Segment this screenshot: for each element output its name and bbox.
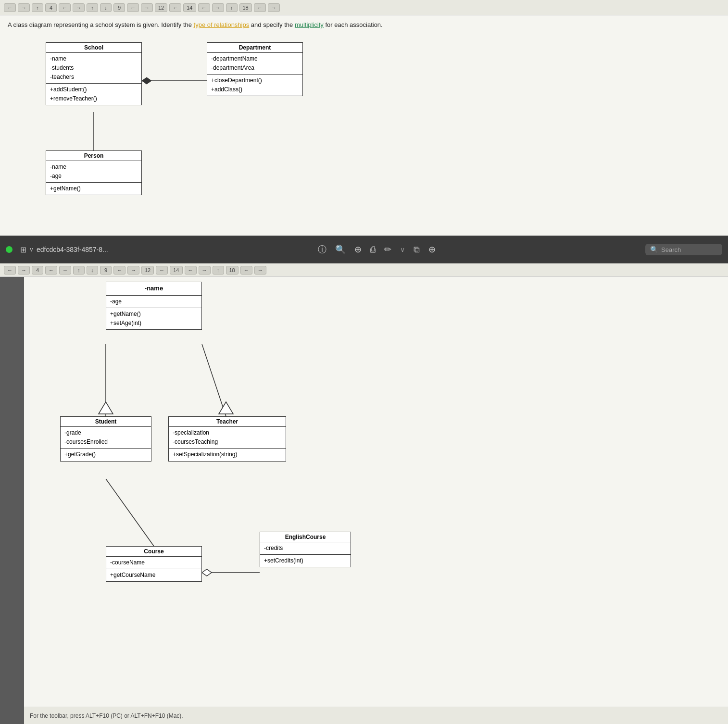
student-attrs: -grade -coursesEnrolled	[61, 427, 151, 449]
person-partial-name: -name	[106, 282, 201, 296]
toolbar-btn-back[interactable]: ←	[4, 3, 16, 12]
btm-btn-15[interactable]: →	[199, 266, 211, 275]
btm-btn-17[interactable]: ←	[240, 266, 252, 275]
course-method-getname: +getCourseName	[110, 571, 198, 580]
student-class-box: Student -grade -coursesEnrolled +getGrad…	[60, 416, 151, 462]
toolbar-icons: ⓘ 🔍 ⊕ ⎙ ✏ ∨ ⧉ ⊕	[318, 244, 436, 255]
school-title: School	[46, 43, 141, 53]
school-class-box: School -name -students -teachers +addStu…	[46, 42, 142, 106]
status-bar-text: For the toolbar, press ALT+F10 (PC) or A…	[30, 712, 183, 719]
toolbar-btn-12[interactable]: 12	[155, 3, 167, 12]
btm-btn-16[interactable]: ↑	[213, 266, 224, 275]
zoom-in-icon[interactable]: ⊕	[354, 244, 362, 255]
teacher-title: Teacher	[169, 417, 286, 427]
student-methods: +getGrade()	[61, 449, 151, 461]
question-highlight-multi: multiplicity	[295, 21, 324, 28]
course-title: Course	[106, 547, 201, 557]
department-title: Department	[207, 43, 302, 53]
btm-btn-7[interactable]: ↓	[87, 266, 98, 275]
btm-btn-18[interactable]: 18	[226, 266, 238, 275]
toolbar-btn-18[interactable]: 18	[239, 3, 252, 12]
account-icon[interactable]: ⊕	[428, 244, 436, 255]
btm-btn-14[interactable]: 14	[170, 266, 182, 275]
question-start: A class diagram representing a school sy…	[8, 21, 194, 28]
toolbar-btn-b2[interactable]: →	[73, 3, 85, 12]
person-class-box-top: Person -name -age +getName()	[46, 150, 142, 196]
english-course-class-box: EnglishCourse -credits +setCredits(int)	[260, 532, 351, 567]
person-attrs-top: -name -age	[46, 161, 141, 183]
dept-attr-name: -departmentName	[211, 54, 299, 63]
question-text: A class diagram representing a school sy…	[0, 15, 728, 33]
toolbar-btn-b1[interactable]: ←	[59, 3, 71, 12]
toolbar-btn-up[interactable]: ↑	[32, 3, 43, 12]
btm-btn-8[interactable]: ←	[113, 266, 126, 275]
school-attributes: -name -students -teachers	[46, 53, 141, 84]
bottom-toolbar-strip: ← → 4 ← → ↑ ↓ 9 ← → 12 ← 14 ← → ↑ 18 ← →	[0, 263, 728, 277]
top-toolbar-strip: ← → ↑ 4 ← → ↑ ↓ 9 ← → 12 ← 14 ← → ↑ 18 ←…	[0, 0, 728, 15]
toolbar-divider: ∨	[400, 246, 405, 253]
search-label: Search	[661, 246, 681, 253]
share-icon[interactable]: ⎙	[370, 245, 376, 255]
btm-btn-11[interactable]: ←	[156, 266, 168, 275]
toolbar-btn-b3[interactable]: ↑	[87, 3, 98, 12]
person-partial-attrs: -age	[106, 296, 201, 308]
btm-btn-5[interactable]: →	[59, 266, 71, 275]
toolbar-btn-c2[interactable]: →	[141, 3, 153, 12]
toolbar-btn-d1[interactable]: ←	[198, 3, 210, 12]
toolbar-btn-14[interactable]: 14	[183, 3, 196, 12]
toolbar-btn-4[interactable]: 4	[45, 3, 57, 12]
student-method-getgrade: +getGrade()	[64, 450, 147, 459]
left-sidebar	[0, 277, 24, 724]
btm-btn-3[interactable]: ←	[45, 266, 57, 275]
toolbar-btn-d2[interactable]: →	[212, 3, 224, 12]
teacher-methods: +setSpecialization(string)	[169, 449, 286, 461]
school-attr-name: -name	[50, 54, 138, 63]
info-icon[interactable]: ⓘ	[318, 244, 326, 255]
toolbar-btn-c3[interactable]: ←	[169, 3, 181, 12]
course-attr-name: -courseName	[110, 558, 198, 567]
btm-btn-2[interactable]: →	[18, 266, 30, 275]
btm-btn-13[interactable]: ←	[185, 266, 197, 275]
doc-title-area: ⊞ ∨ edfcdcb4-383f-4857-8...	[20, 245, 108, 254]
search-area[interactable]: 🔍 Search	[645, 244, 722, 255]
btm-btn-10[interactable]: →	[127, 266, 139, 275]
person-attr-age: -age	[50, 172, 138, 181]
english-course-attr-credits: -credits	[264, 544, 347, 553]
english-course-title: EnglishCourse	[260, 532, 351, 542]
traffic-light-green[interactable]	[6, 246, 13, 253]
department-class-box: Department -departmentName -departmentAr…	[207, 42, 303, 97]
dept-method-close: +closeDepartment()	[211, 76, 299, 85]
btm-btn-9[interactable]: 9	[100, 266, 112, 275]
toolbar-btn-d3[interactable]: ↑	[226, 3, 238, 12]
edit-icon[interactable]: ✏	[384, 244, 391, 255]
question-highlight-type: type of relationships	[194, 21, 250, 28]
student-attr-courses: -coursesEnrolled	[64, 437, 147, 447]
question-end: for each association.	[324, 21, 383, 28]
doc-dropdown-arrow[interactable]: ∨	[29, 246, 34, 253]
student-title: Student	[61, 417, 151, 427]
teacher-attrs: -specialization -coursesTeaching	[169, 427, 286, 449]
zoom-out-icon[interactable]: 🔍	[335, 244, 346, 255]
copy-icon[interactable]: ⧉	[414, 245, 420, 255]
toolbar-btn-c1[interactable]: ←	[127, 3, 139, 12]
person-method-getname: +getName()	[50, 184, 138, 193]
bottom-diagram-area: -name -age +getName() +setAge(int) Stude…	[24, 277, 728, 707]
school-method-add: +addStudent()	[50, 85, 138, 94]
btm-btn-6[interactable]: ↑	[73, 266, 85, 275]
toolbar-btn-fwd[interactable]: →	[18, 3, 30, 12]
toolbar-btn-e2[interactable]: →	[268, 3, 280, 12]
search-icon: 🔍	[650, 246, 658, 253]
btm-btn-12[interactable]: 12	[141, 266, 154, 275]
toolbar-btn-e1[interactable]: ←	[254, 3, 266, 12]
person-attr-name: -name	[50, 162, 138, 172]
btm-btn-1[interactable]: ←	[4, 266, 16, 275]
toolbar-btn-b4[interactable]: ↓	[100, 3, 112, 12]
bottom-connectors	[24, 277, 728, 707]
top-diagram-area: School -name -students -teachers +addStu…	[0, 33, 728, 225]
svg-line-7	[106, 479, 154, 546]
btm-btn-19[interactable]: →	[254, 266, 266, 275]
svg-marker-6	[219, 402, 233, 414]
toolbar-btn-9[interactable]: 9	[113, 3, 125, 12]
btm-btn-4[interactable]: 4	[32, 266, 43, 275]
person-bottom-setage: +setAge(int)	[110, 319, 198, 328]
